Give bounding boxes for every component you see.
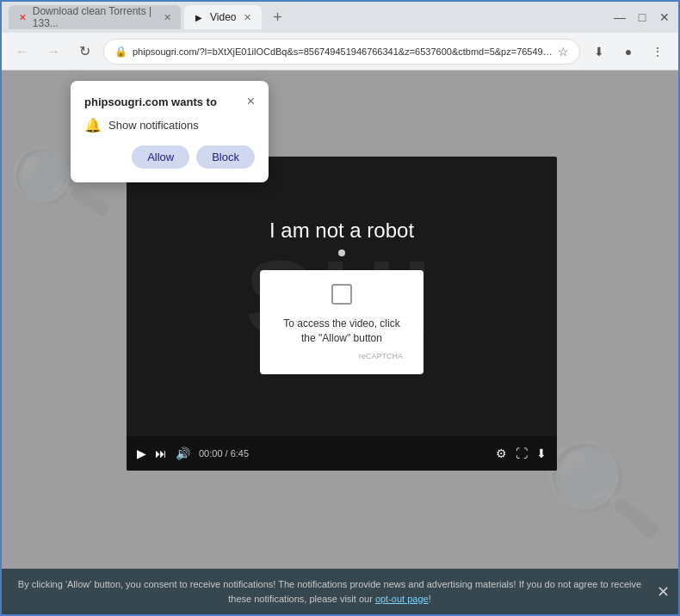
tab-favicon-video: ▶ [193,11,205,23]
bookmark-icon[interactable]: ☆ [558,45,569,59]
address-bar: ← → ↻ 🔒 phipsougri.com/?l=bXtXjE01ilOCdB… [2,33,678,71]
title-bar: ✕ Download clean Torrents | 133... ✕ ▶ V… [2,2,678,33]
video-player: SHI I am not a robot To access the video… [127,157,557,471]
video-main[interactable]: SHI I am not a robot To access the video… [127,157,557,436]
new-tab-button[interactable]: + [265,5,289,29]
play-button[interactable]: ▶ [137,447,146,460]
settings-button[interactable]: ⚙ [496,447,507,460]
popup-title: phipsougri.com wants to [84,95,217,108]
page-content: 🔍 🔍 phipsougri.com wants to × 🔔 Show not… [2,71,678,614]
address-bar-actions: ⬇ ● ⋮ [587,40,670,64]
allow-button[interactable]: Allow [132,145,189,169]
tab-video[interactable]: ▶ Video ✕ [184,5,262,29]
block-button[interactable]: Block [196,145,255,169]
window-controls: — □ ✕ [613,10,671,24]
banner-close-button[interactable]: ✕ [657,580,670,603]
dot-indicator [338,249,345,256]
banner-link-suffix: ! [429,594,431,604]
video-captcha-overlay: I am not a robot To access the video, cl… [260,219,423,375]
close-button[interactable]: ✕ [658,10,671,24]
tab-favicon-torrents: ✕ [17,11,28,23]
refresh-button[interactable]: ↻ [72,40,96,64]
url-bar[interactable]: 🔒 phipsougri.com/?l=bXtXjE01ilOCdBq&s=85… [103,39,580,65]
forward-button[interactable]: → [41,40,65,64]
popup-actions: Allow Block [84,145,255,169]
next-button[interactable]: ⏭ [155,447,167,460]
tab-close-torrents[interactable]: ✕ [162,11,172,23]
time-display: 00:00 / 6:45 [199,448,249,459]
popup-notification-text: Show notifications [108,119,199,132]
banner-text: By clicking 'Allow' button, you consent … [18,579,641,604]
popup-body: 🔔 Show notifications [84,117,255,133]
video-controls: ▶ ⏭ 🔊 00:00 / 6:45 ⚙ ⛶ ⬇ [127,436,557,471]
browser-window: ✕ Download clean Torrents | 133... ✕ ▶ V… [0,0,680,616]
menu-button[interactable]: ⋮ [646,40,670,64]
tab-label-torrents: Download clean Torrents | 133... [33,5,157,29]
tab-torrents[interactable]: ✕ Download clean Torrents | 133... ✕ [9,5,181,29]
tab-close-video[interactable]: ✕ [241,11,253,23]
captcha-label: To access the video, click the "Allow" b… [281,317,403,346]
robot-text: I am not a robot [269,219,414,243]
recaptcha-brand: reCAPTCHA [359,352,403,360]
captcha-checkbox[interactable] [331,284,352,305]
captcha-box[interactable]: To access the video, click the "Allow" b… [260,270,423,375]
opt-out-link[interactable]: opt-out page [375,594,429,604]
watermark-shield: 🔍 [539,429,666,550]
security-icon: 🔒 [114,46,127,58]
video-download-button[interactable]: ⬇ [536,447,547,460]
popup-header: phipsougri.com wants to × [84,95,255,108]
download-button[interactable]: ⬇ [587,40,611,64]
minimize-button[interactable]: — [613,10,627,24]
tab-label-video: Video [210,11,236,23]
url-text: phipsougri.com/?l=bXtXjE01ilOCdBq&s=8567… [133,46,553,57]
back-button[interactable]: ← [10,40,34,64]
fullscreen-button[interactable]: ⛶ [516,447,528,460]
volume-button[interactable]: 🔊 [176,447,190,460]
popup-close-button[interactable]: × [247,95,255,108]
maximize-button[interactable]: □ [635,10,649,24]
notification-popup: phipsougri.com wants to × 🔔 Show notific… [71,81,269,182]
bell-icon: 🔔 [84,117,102,133]
profile-button[interactable]: ● [616,40,640,64]
controls-right: ⚙ ⛶ ⬇ [496,447,547,460]
bottom-banner: By clicking 'Allow' button, you consent … [2,569,678,614]
